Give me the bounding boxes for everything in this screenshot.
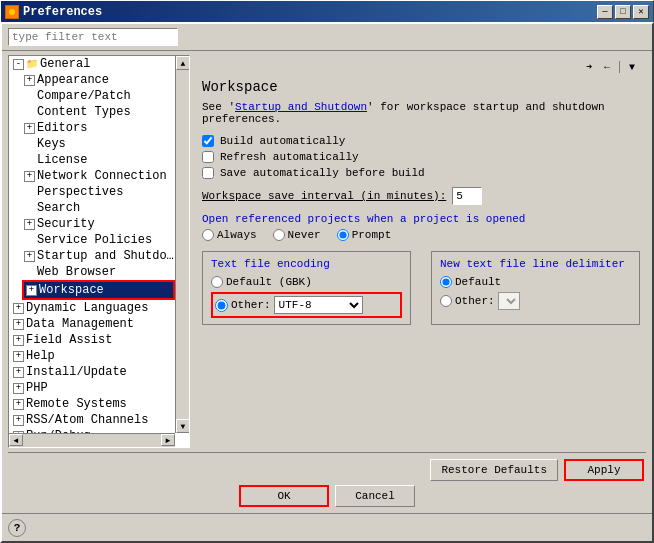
tree-expander[interactable]: + (13, 399, 24, 410)
tree-label: Compare/Patch (37, 89, 131, 103)
tree-item-remote-systems[interactable]: + Remote Systems (11, 396, 175, 412)
tree-item-compare[interactable]: Compare/Patch (22, 88, 175, 104)
default-encoding-radio[interactable] (211, 276, 223, 288)
other-encoding-label: Other: (231, 299, 271, 311)
help-button[interactable]: ? (8, 519, 26, 537)
tree-item-keys[interactable]: Keys (22, 136, 175, 152)
delimiter-dropdown[interactable] (498, 292, 520, 310)
tree-label: RSS/Atom Channels (26, 413, 148, 427)
tree-expander[interactable]: + (13, 335, 24, 346)
filter-input[interactable] (8, 28, 178, 46)
text-file-encoding-box: Text file encoding Default (GBK) Other: … (202, 251, 411, 325)
encoding-section: Text file encoding Default (GBK) Other: … (202, 251, 640, 325)
tree-label: Remote Systems (26, 397, 127, 411)
never-option: Never (273, 229, 321, 241)
tree-item-startup[interactable]: + Startup and Shutdo… (22, 248, 175, 264)
tree-expander[interactable]: - (13, 59, 24, 70)
menu-icon[interactable]: ▼ (624, 59, 640, 75)
open-projects-radio-group: Always Never Prompt (202, 229, 640, 241)
tree-panel: - 📁 General + Appearance Compare/Patch C… (8, 55, 190, 448)
default-delimiter-radio[interactable] (440, 276, 452, 288)
build-automatically-checkbox[interactable] (202, 135, 214, 147)
other-encoding-radio[interactable] (215, 299, 228, 312)
tree-expander[interactable]: + (24, 123, 35, 134)
restore-defaults-button[interactable]: Restore Defaults (430, 459, 558, 481)
ok-button[interactable]: OK (239, 485, 329, 507)
maximize-button[interactable]: □ (615, 5, 631, 19)
cancel-button[interactable]: Cancel (335, 485, 415, 507)
other-delimiter-radio[interactable] (440, 295, 452, 307)
tree-item-security[interactable]: + Security (22, 216, 175, 232)
prompt-radio[interactable] (337, 229, 349, 241)
tree-item-web-browser[interactable]: Web Browser (22, 264, 175, 280)
tree-item-rss[interactable]: + RSS/Atom Channels (11, 412, 175, 428)
tree-label: Perspectives (37, 185, 123, 199)
never-radio[interactable] (273, 229, 285, 241)
scroll-up-button[interactable]: ▲ (176, 56, 190, 70)
tree-label: Workspace (39, 283, 104, 297)
tree-expander[interactable]: + (13, 367, 24, 378)
open-projects-title: Open referenced projects when a project … (202, 213, 640, 225)
tree-item-field-assist[interactable]: + Field Assist (11, 332, 175, 348)
tree-item-appearance[interactable]: + Appearance (22, 72, 175, 88)
tree-item-service-policies[interactable]: Service Policies (22, 232, 175, 248)
tree-expander[interactable]: + (26, 285, 37, 296)
tree-expander[interactable]: + (24, 251, 35, 262)
apply-button[interactable]: Apply (564, 459, 644, 481)
tree-item-content-types[interactable]: Content Types (22, 104, 175, 120)
build-automatically-row: Build automatically (202, 135, 640, 147)
minimize-button[interactable]: ─ (597, 5, 613, 19)
other-delimiter-option: Other: (440, 292, 631, 310)
scroll-right-button[interactable]: ► (161, 434, 175, 446)
tree-item-general[interactable]: - 📁 General (11, 56, 175, 72)
tree-label: Dynamic Languages (26, 301, 148, 315)
tree-expander[interactable]: + (24, 219, 35, 230)
tree-item-help[interactable]: + Help (11, 348, 175, 364)
tree-horizontal-scrollbar[interactable]: ◄ ► (9, 433, 175, 447)
tree-expander[interactable]: + (24, 75, 35, 86)
main-window: - 📁 General + Appearance Compare/Patch C… (0, 22, 654, 543)
right-toolbar: ➜ ← ▼ (202, 59, 640, 75)
tree-item-install-update[interactable]: + Install/Update (11, 364, 175, 380)
tree-vertical-scrollbar[interactable]: ▲ ▼ (175, 56, 189, 433)
tree-item-search[interactable]: Search (22, 200, 175, 216)
window-title: Preferences (23, 5, 102, 19)
refresh-automatically-checkbox[interactable] (202, 151, 214, 163)
tree-item-editors[interactable]: + Editors (22, 120, 175, 136)
tree-item-dynamic-languages[interactable]: + Dynamic Languages (11, 300, 175, 316)
encoding-dropdown[interactable]: UTF-8 GBK ISO-8859-1 (274, 296, 363, 314)
text-file-encoding-title: Text file encoding (211, 258, 402, 270)
tree-item-php[interactable]: + PHP (11, 380, 175, 396)
tree-expander[interactable]: + (13, 319, 24, 330)
bottom-buttons-row2: OK Cancel (2, 483, 652, 513)
tree-item-network[interactable]: + Network Connection (22, 168, 175, 184)
save-before-build-checkbox[interactable] (202, 167, 214, 179)
scroll-left-button[interactable]: ◄ (9, 434, 23, 446)
tree-expander[interactable]: + (13, 303, 24, 314)
tree-label: Keys (37, 137, 66, 151)
tree-item-perspectives[interactable]: Perspectives (22, 184, 175, 200)
tree-expander[interactable]: + (24, 171, 35, 182)
forward-icon[interactable]: ➜ (581, 59, 597, 75)
tree-item-license[interactable]: License (22, 152, 175, 168)
always-label: Always (217, 229, 257, 241)
tree-item-workspace[interactable]: + Workspace (22, 280, 175, 300)
build-automatically-label: Build automatically (220, 135, 345, 147)
tree-expander[interactable]: + (13, 415, 24, 426)
tree-item-data-management[interactable]: + Data Management (11, 316, 175, 332)
tree-expander[interactable]: + (13, 351, 24, 362)
right-panel: ➜ ← ▼ Workspace See 'Startup and Shutdow… (190, 51, 652, 452)
tree-label: Web Browser (37, 265, 116, 279)
tree-label: Startup and Shutdo… (37, 249, 174, 263)
tree-label: Help (26, 349, 55, 363)
filter-bar (2, 24, 652, 51)
always-radio[interactable] (202, 229, 214, 241)
startup-shutdown-link[interactable]: Startup and Shutdown (235, 101, 367, 113)
close-button[interactable]: ✕ (633, 5, 649, 19)
back-icon[interactable]: ← (599, 59, 615, 75)
scroll-down-button[interactable]: ▼ (176, 419, 190, 433)
svg-point-1 (9, 9, 15, 15)
tree-expander[interactable]: + (13, 383, 24, 394)
content-area: - 📁 General + Appearance Compare/Patch C… (2, 51, 652, 452)
interval-input[interactable] (452, 187, 482, 205)
